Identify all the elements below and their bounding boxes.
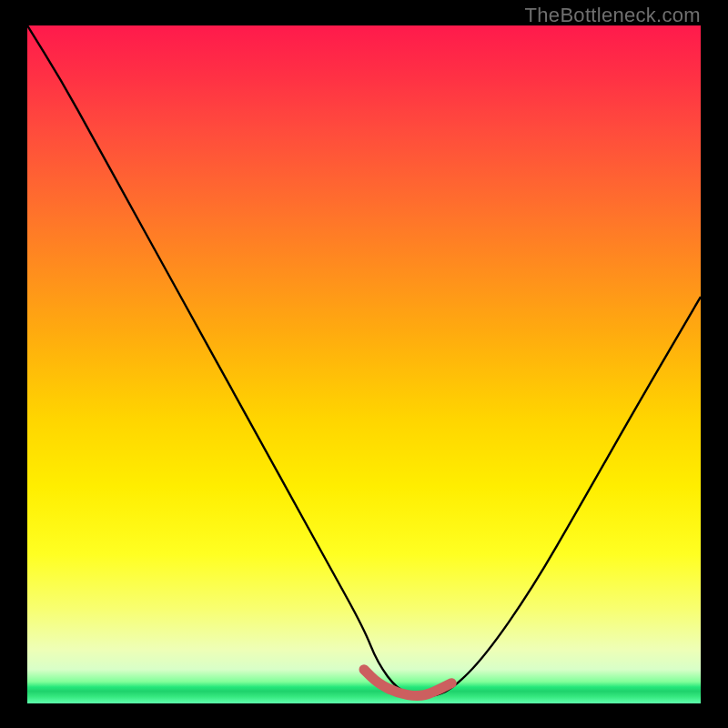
accent-segment [364,670,451,696]
plot-area [27,25,701,703]
watermark-text: TheBottleneck.com [525,4,701,27]
chart-frame: TheBottleneck.com [0,0,728,728]
bottleneck-curve [27,25,701,703]
curve-path [27,25,701,697]
